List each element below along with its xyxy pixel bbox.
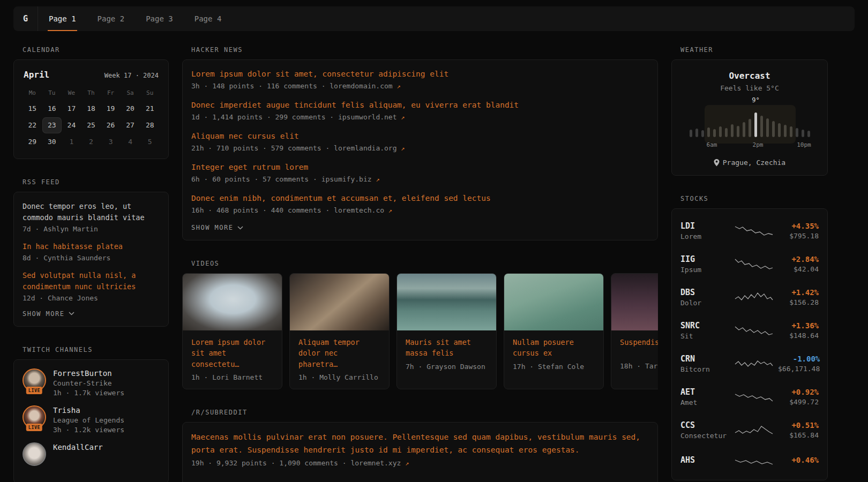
stock-symbol: AHS: [680, 455, 730, 465]
stock-price: $156.28: [778, 298, 819, 306]
video-title[interactable]: Suspendisse diam: [620, 337, 658, 358]
tab-page-4[interactable]: Page 4: [184, 6, 233, 31]
stock-symbol: AET: [680, 387, 730, 397]
stock-row[interactable]: DBS Dolor +1.42% $156.28: [680, 281, 819, 314]
stock-row[interactable]: SNRC Sit +1.36% $148.64: [680, 314, 819, 347]
weather-card: Overcast Feels like 5°C 9° 6am 2pm 10pm …: [671, 59, 828, 176]
subreddit-post-title[interactable]: Maecenas mollis pulvinar erat non posuer…: [191, 431, 649, 457]
video-thumbnail[interactable]: [504, 274, 604, 330]
tab-page-3[interactable]: Page 3: [135, 6, 184, 31]
calendar-day-next-month: 3: [101, 134, 121, 150]
stock-row[interactable]: LDI Lorem +4.35% $795.18: [680, 214, 819, 247]
rss-item-meta: 8d · Cynthia Saunders: [23, 254, 160, 262]
stock-sparkline: [734, 423, 774, 437]
hn-story-title[interactable]: Aliquam nec cursus elit: [191, 131, 649, 142]
hn-story-meta: 1d · 1,414 points · 299 comments · ipsum…: [191, 113, 649, 121]
calendar-day-today: 23: [42, 117, 62, 133]
calendar-day: 24: [62, 117, 81, 133]
external-link-icon: ↗: [397, 82, 401, 90]
hn-story-domain-link[interactable]: loremdomain.com ↗: [330, 82, 400, 90]
weather-bar: [731, 124, 734, 137]
weather-time-label: 2pm: [753, 141, 764, 148]
calendar-day-header: Fr: [101, 86, 121, 100]
show-more-label: SHOW MORE: [191, 224, 234, 231]
video-card[interactable]: Nullam posuere cursus ex 17h · Stefan Co…: [504, 273, 604, 389]
video-title[interactable]: Nullam posuere cursus ex: [513, 337, 595, 359]
hn-story-title[interactable]: Lorem ipsum dolor sit amet, consectetur …: [191, 69, 649, 80]
calendar-day-header: Su: [140, 86, 160, 100]
rss-item-title[interactable]: In hac habitasse platea: [23, 241, 160, 252]
video-thumbnail[interactable]: [611, 274, 658, 330]
hn-story-domain-link[interactable]: loremlandia.org ↗: [334, 144, 405, 152]
calendar-day: 18: [81, 101, 101, 117]
hn-story-domain-link[interactable]: ipsumworld.net ↗: [338, 113, 405, 121]
video-thumbnail[interactable]: [397, 274, 497, 330]
stock-row[interactable]: CRN Bitcorn -1.00% $66,171.48: [680, 347, 819, 380]
video-card[interactable]: Aliquam tempor dolor nec pharetra… 1h · …: [289, 273, 390, 389]
calendar-widget-title: CALENDAR: [23, 46, 169, 54]
hn-show-more-button[interactable]: SHOW MORE: [191, 224, 243, 231]
stock-price: $148.64: [778, 332, 819, 340]
calendar-day-header: Sa: [121, 86, 140, 100]
hn-story-title[interactable]: Integer eget rutrum lorem: [191, 162, 649, 173]
subreddit-post-domain: loremnet.xyz: [350, 459, 401, 467]
twitch-channel-meta: 1h · 1.7k viewers: [53, 389, 124, 397]
video-meta: 17h · Stefan Cole: [513, 363, 595, 371]
stock-sparkline: [734, 454, 774, 468]
rss-item-meta: 12d · Chance Jones: [23, 294, 160, 302]
hn-story-title[interactable]: Donec enim nibh, condimentum et accumsan…: [191, 193, 649, 204]
video-title[interactable]: Lorem ipsum dolor sit amet consectetu…: [191, 337, 273, 370]
video-title[interactable]: Mauris sit amet massa felis: [406, 337, 488, 359]
weather-bar: [695, 129, 698, 137]
stock-change: -1.00%: [778, 355, 820, 363]
video-meta: 1h · Lori Barnett: [191, 373, 273, 381]
stock-price: $42.04: [778, 265, 819, 273]
stock-change: +0.92%: [778, 388, 819, 396]
stocks-card: LDI Lorem +4.35% $795.18 IIG Ipsum: [671, 208, 828, 480]
twitch-channel[interactable]: LIVE Trisha League of Legends 3h · 1.2k …: [23, 405, 160, 434]
video-title[interactable]: Aliquam tempor dolor nec pharetra…: [298, 337, 380, 370]
rss-show-more-button[interactable]: SHOW MORE: [23, 310, 74, 318]
twitch-channel-name: KendallCarr: [53, 443, 103, 451]
rss-item-title[interactable]: Donec tempor eros leo, ut commodo mauris…: [23, 201, 160, 223]
weather-time-label: 6am: [707, 141, 717, 148]
video-card[interactable]: Mauris sit amet massa felis 7h · Grayson…: [396, 273, 497, 389]
stock-sparkline: [734, 257, 774, 271]
logo[interactable]: G: [13, 6, 38, 31]
calendar-widget: CALENDAR April Week 17 · 2024 Mo Tu We T…: [13, 46, 169, 159]
rss-item: Donec tempor eros leo, ut commodo mauris…: [23, 201, 160, 233]
hn-story-domain: loremlandia.org: [334, 144, 396, 152]
weather-bar: [725, 128, 728, 137]
video-thumbnail[interactable]: [290, 274, 390, 330]
stock-row[interactable]: IIG Ipsum +2.84% $42.04: [680, 247, 819, 281]
topbar: G Page 1 Page 2 Page 3 Page 4: [13, 6, 855, 31]
tab-page-2[interactable]: Page 2: [87, 6, 136, 31]
stock-price: $66,171.48: [778, 365, 820, 373]
weather-widget: WEATHER Overcast Feels like 5°C 9° 6am 2…: [671, 46, 828, 176]
subreddit-post: Maecenas mollis pulvinar erat non posuer…: [191, 431, 649, 467]
hn-story-domain-link[interactable]: ipsumify.biz ↗: [321, 175, 380, 183]
weather-time-label: 10pm: [797, 141, 811, 148]
twitch-channel-name: ForrestBurton: [53, 369, 124, 378]
subreddit-post-domain-link[interactable]: loremnet.xyz ↗: [350, 459, 409, 467]
stock-change: +0.51%: [778, 421, 819, 430]
weather-bar: [743, 122, 745, 137]
hn-story-domain: ipsumworld.net: [338, 113, 397, 121]
video-card[interactable]: Lorem ipsum dolor sit amet consectetu… 1…: [182, 273, 282, 389]
rss-item-title[interactable]: Sed volutpat nulla nisl, a condimentum n…: [23, 270, 160, 292]
hn-story-domain-link[interactable]: loremtech.co ↗: [334, 206, 392, 214]
twitch-channel[interactable]: KendallCarr: [23, 442, 160, 466]
weather-bar: [737, 126, 739, 137]
avatar: [23, 442, 46, 466]
rss-widget-title: RSS FEED: [23, 178, 169, 186]
stock-row[interactable]: CCS Consectetur +0.51% $165.84: [680, 413, 819, 447]
twitch-channel[interactable]: LIVE ForrestBurton Counter-Strike 1h · 1…: [23, 368, 160, 397]
stock-row[interactable]: AHS +0.46%: [680, 447, 819, 475]
video-card[interactable]: Suspendisse diam 18h · Tara: [611, 273, 658, 389]
stock-row[interactable]: AET Amet +0.92% $499.72: [680, 380, 819, 413]
calendar-day-next-month: 5: [140, 134, 160, 150]
hn-story-title[interactable]: Donec imperdiet augue tincidunt felis al…: [191, 100, 649, 111]
hn-story-stats: 21h · 710 points · 579 comments ·: [191, 144, 330, 152]
video-thumbnail[interactable]: [183, 274, 282, 330]
tab-page-1[interactable]: Page 1: [38, 6, 87, 31]
